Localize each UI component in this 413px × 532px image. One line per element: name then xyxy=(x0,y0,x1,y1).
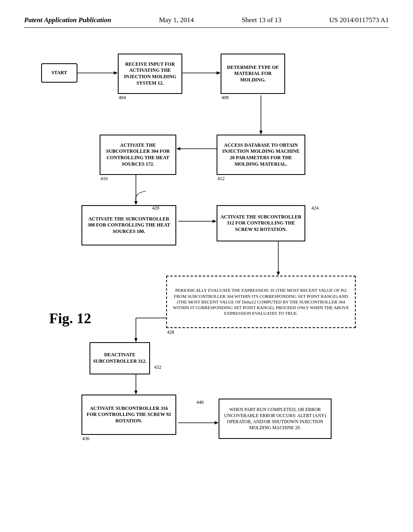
box-424: ACTIVATE THE SUBCONTROLLER 312 FOR CONTR… xyxy=(217,205,305,241)
label-440: 440 xyxy=(196,399,204,405)
svg-marker-11 xyxy=(213,220,217,223)
box-408: DETERMINE TYPE OF MATERIAL FOR MOLDING. xyxy=(221,54,285,94)
box-432: DEACTIVATE SUBCONTROLLER 312. xyxy=(90,342,150,374)
page: Patent Application Publication May 1, 20… xyxy=(0,0,413,532)
svg-marker-5 xyxy=(259,131,263,135)
label-432: 432 xyxy=(154,364,161,370)
svg-marker-3 xyxy=(217,71,221,75)
svg-marker-7 xyxy=(176,147,180,150)
figure-label: Fig. 12 xyxy=(49,310,91,327)
svg-marker-18 xyxy=(134,391,138,395)
box-420: ACTIVATE THE SUBCONTROLLER 308 FOR CONTR… xyxy=(81,205,176,245)
publication-date: May 1, 2014 xyxy=(159,16,194,24)
box-404: RECEIVE INPUT FOR ACTIVATING THE INJECTI… xyxy=(118,54,182,94)
svg-marker-9 xyxy=(134,201,138,205)
box-412: ACCESS DATABASE TO OBTAIN INJECTION MOLD… xyxy=(217,135,305,175)
svg-marker-20 xyxy=(215,421,219,424)
label-416: 416 xyxy=(100,176,108,182)
box-416: ACTIVATE THE SUBCONTROLLER 304 FOR CONTR… xyxy=(100,135,176,175)
label-436: 436 xyxy=(82,436,90,442)
sheet-info: Sheet 13 of 13 xyxy=(242,16,282,24)
label-412: 412 xyxy=(217,176,225,182)
box-436: ACTIVATE SUBCONTROLLER 316 FOR CONTROLLI… xyxy=(81,395,176,435)
label-408: 408 xyxy=(221,95,229,101)
publication-title: Patent Application Publication xyxy=(24,16,111,24)
svg-marker-16 xyxy=(134,338,138,342)
start-box: START xyxy=(41,63,77,83)
patent-number: US 2014/0117573 A1 xyxy=(329,16,389,24)
label-420: 420 xyxy=(152,205,159,211)
box-428: PERIODICALLY EVALUATE THE EXPRESSION: IS… xyxy=(166,276,356,328)
label-424: 424 xyxy=(311,205,319,211)
svg-marker-13 xyxy=(277,272,280,276)
diagram-area: START RECEIVE INPUT FOR ACTIVATING THE I… xyxy=(29,44,384,487)
label-404: 404 xyxy=(119,95,126,101)
page-header: Patent Application Publication May 1, 20… xyxy=(24,16,389,28)
svg-marker-1 xyxy=(114,71,118,75)
box-440: WHEN PART RUN COMPLETED, OR ERROR UNCOVE… xyxy=(219,399,332,439)
label-428: 428 xyxy=(167,329,174,335)
